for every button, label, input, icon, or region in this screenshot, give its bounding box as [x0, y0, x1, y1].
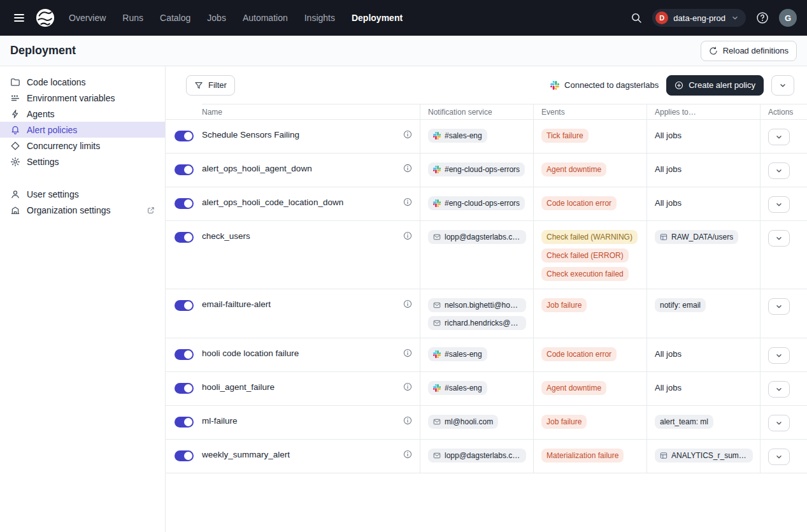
policy-name: hooli_agent_failure	[202, 382, 275, 392]
agent-icon	[10, 109, 20, 119]
filter-label: Filter	[208, 80, 227, 90]
policy-enabled-toggle[interactable]	[175, 131, 194, 141]
toggle-cell	[166, 372, 202, 406]
policy-name: alert_ops_hooli_code_location_down	[202, 198, 343, 207]
policy-enabled-toggle[interactable]	[175, 349, 194, 360]
notification-label: richard.hendricks@hooli…	[445, 319, 521, 327]
applies-to-text: All jobs	[655, 349, 682, 359]
email-icon	[433, 452, 441, 459]
user-avatar[interactable]: G	[779, 9, 797, 27]
reload-definitions-label: Reload definitions	[723, 46, 789, 55]
name-cell: check_users	[202, 221, 420, 289]
event-badge: Code location error	[541, 196, 617, 210]
info-icon[interactable]	[403, 299, 412, 308]
magnifier-icon	[631, 12, 642, 24]
info-icon[interactable]	[403, 382, 412, 391]
policy-enabled-toggle[interactable]	[175, 417, 194, 428]
applies-to-tag: ANALYTICS_r_summary	[655, 449, 753, 463]
filter-button[interactable]: Filter	[186, 75, 235, 96]
gear-icon	[10, 157, 20, 167]
sidebar-item-label: Organization settings	[27, 205, 111, 215]
info-icon[interactable]	[403, 349, 412, 357]
more-options-button[interactable]	[771, 75, 794, 96]
help-icon[interactable]	[753, 9, 771, 27]
nav-item-jobs[interactable]: Jobs	[207, 13, 226, 23]
row-actions-button[interactable]	[768, 347, 790, 364]
toggle-cell	[166, 289, 202, 338]
nav-item-catalog[interactable]: Catalog	[160, 13, 190, 23]
applies-to-tag: alert_team: ml	[655, 415, 713, 429]
search-icon[interactable]	[628, 10, 645, 26]
create-alert-policy-button[interactable]: Create alert policy	[666, 75, 764, 96]
policy-enabled-toggle[interactable]	[175, 300, 194, 311]
event-badge: Agent downtime	[541, 162, 606, 176]
table-row: email-failture-alert nelson.bighetti@hoo…	[166, 289, 807, 338]
notification-label: lopp@dagsterlabs.com	[445, 233, 521, 241]
alert-policies-table: NameNotification serviceEventsApplies to…	[166, 104, 807, 473]
row-actions-button[interactable]	[768, 162, 790, 179]
menu-icon[interactable]	[10, 9, 28, 27]
notification-tag: richard.hendricks@hooli…	[428, 316, 526, 330]
slack-icon	[433, 384, 441, 392]
policy-enabled-toggle[interactable]	[175, 383, 194, 394]
policy-name: check_users	[202, 231, 250, 241]
policy-name: hooli code location failure	[202, 349, 299, 358]
create-alert-policy-label: Create alert policy	[689, 80, 755, 90]
policy-enabled-toggle[interactable]	[175, 164, 194, 175]
nav-item-runs[interactable]: Runs	[122, 13, 143, 23]
sidebar-item-alert-policies[interactable]: Alert policies	[0, 122, 165, 138]
row-actions-button[interactable]	[768, 298, 790, 315]
row-actions-button[interactable]	[768, 129, 790, 145]
actions-cell	[760, 154, 807, 187]
row-actions-button[interactable]	[768, 415, 790, 431]
applies-to-cell: RAW_DATA/users	[646, 221, 760, 289]
row-actions-button[interactable]	[768, 449, 790, 465]
email-icon	[433, 418, 441, 426]
toggle-cell	[166, 440, 202, 473]
policy-enabled-toggle[interactable]	[175, 232, 194, 243]
nav-item-automation[interactable]: Automation	[243, 13, 288, 23]
notification-tag: lopp@dagsterlabs.com	[428, 230, 526, 244]
column-header-applies-to: Applies to…	[646, 104, 760, 120]
event-badge: Job failure	[541, 415, 587, 429]
sidebar-item-user-settings[interactable]: User settings	[0, 186, 165, 202]
policy-enabled-toggle[interactable]	[175, 198, 194, 209]
nav-item-insights[interactable]: Insights	[304, 13, 335, 23]
toggle-cell	[166, 154, 202, 187]
info-icon[interactable]	[403, 416, 412, 425]
deployment-switcher[interactable]: D data-eng-prod	[652, 9, 746, 27]
notification-label: #sales-eng	[445, 350, 482, 359]
reload-definitions-button[interactable]: Reload definitions	[701, 41, 797, 61]
table-icon	[660, 452, 668, 459]
info-icon[interactable]	[403, 450, 412, 459]
row-actions-button[interactable]	[768, 196, 790, 213]
name-cell: alert_ops_hooli_code_location_down	[202, 187, 420, 221]
plus-circle-icon	[675, 81, 683, 90]
policy-enabled-toggle[interactable]	[175, 450, 194, 461]
toggle-knob	[184, 132, 192, 140]
info-icon[interactable]	[403, 130, 412, 139]
info-icon[interactable]	[403, 198, 412, 206]
sidebar-item-label: Agents	[27, 109, 55, 119]
event-badge: Code location error	[541, 347, 617, 361]
info-icon[interactable]	[403, 164, 412, 173]
dagster-logo[interactable]	[36, 8, 55, 27]
name-cell: weekly_summary_alert	[202, 440, 420, 473]
nav-item-deployment[interactable]: Deployment	[352, 13, 403, 23]
row-actions-button[interactable]	[768, 381, 790, 398]
sidebar-item-agents[interactable]: Agents	[0, 106, 165, 122]
applies-to-cell: notify: email	[646, 289, 760, 338]
sidebar-item-concurrency-limits[interactable]: Concurrency limits	[0, 138, 165, 154]
sidebar-item-code-locations[interactable]: Code locations	[0, 74, 165, 90]
chevron-down-icon	[778, 81, 787, 90]
sidebar-item-organization-settings[interactable]: Organization settings	[0, 202, 165, 218]
slack-icon	[550, 81, 559, 90]
nav-item-overview[interactable]: Overview	[69, 13, 106, 23]
row-actions-button[interactable]	[768, 230, 790, 247]
sidebar-item-settings[interactable]: Settings	[0, 154, 165, 169]
toggle-knob	[184, 233, 192, 241]
sidebar-item-environment-variables[interactable]: Environment variables	[0, 90, 165, 106]
concurrency-icon	[10, 141, 20, 151]
sidebar-primary-group: Code locations Environment variables Age…	[0, 74, 165, 169]
info-icon[interactable]	[403, 231, 412, 240]
